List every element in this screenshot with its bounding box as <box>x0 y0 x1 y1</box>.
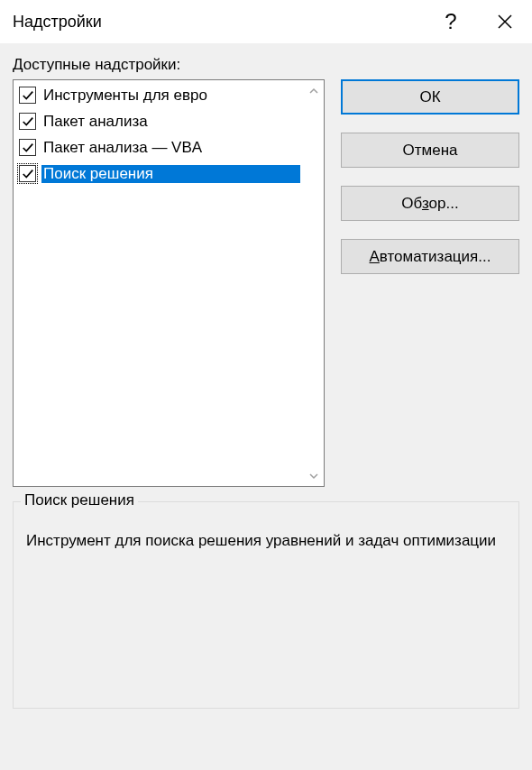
list-item-label: Пакет анализа — VBA <box>41 139 202 157</box>
groupbox-legend: Поиск решения <box>21 491 138 509</box>
checkbox[interactable] <box>19 113 36 130</box>
list-item[interactable]: Инструменты для евро <box>15 82 324 108</box>
browse-button[interactable]: Обзор... <box>341 186 519 221</box>
scroll-down-icon[interactable] <box>306 468 321 483</box>
dialog-title: Надстройки <box>13 13 424 32</box>
cancel-button[interactable]: Отмена <box>341 133 519 168</box>
close-button[interactable] <box>478 0 532 43</box>
scroll-up-icon[interactable] <box>306 83 321 98</box>
help-button[interactable]: ? <box>424 0 478 43</box>
list-item-label: Поиск решения <box>41 165 300 183</box>
addins-listbox[interactable]: Инструменты для евроПакет анализаПакет а… <box>14 80 324 486</box>
btn-text: ор... <box>429 195 459 212</box>
btn-accelerator: А <box>370 248 380 265</box>
description-groupbox: Поиск решения Инструмент для поиска реше… <box>13 501 519 709</box>
list-item-label: Пакет анализа <box>41 113 148 131</box>
checkbox[interactable] <box>19 165 36 182</box>
dialog-content: Доступные надстройки: Инструменты для ев… <box>0 43 532 770</box>
automation-button[interactable]: Автоматизация... <box>341 239 519 274</box>
groupbox-description: Инструмент для поиска решения уравнений … <box>26 529 506 553</box>
main-row: Инструменты для евроПакет анализаПакет а… <box>13 79 519 487</box>
label-accelerator: Д <box>13 56 23 73</box>
addins-dialog: Надстройки ? Доступные надстройки: Инстр… <box>0 0 532 770</box>
checkbox[interactable] <box>19 87 36 104</box>
addins-listbox-container: Инструменты для евроПакет анализаПакет а… <box>13 79 325 487</box>
buttons-column: ОК Отмена Обзор... Автоматизация... <box>341 79 519 487</box>
btn-text: Об <box>401 195 422 212</box>
close-icon <box>498 14 512 29</box>
list-item[interactable]: Пакет анализа — VBA <box>15 134 324 160</box>
titlebar: Надстройки ? <box>0 0 532 43</box>
list-item[interactable]: Пакет анализа <box>15 108 324 134</box>
list-item-label: Инструменты для евро <box>41 87 207 105</box>
label-text: оступные надстройки: <box>23 56 181 73</box>
checkbox[interactable] <box>19 139 36 156</box>
btn-text: втоматизация... <box>380 248 491 265</box>
ok-button[interactable]: ОК <box>341 79 519 115</box>
btn-accelerator: з <box>422 195 429 212</box>
available-addins-label: Доступные надстройки: <box>13 56 519 74</box>
list-item[interactable]: Поиск решения <box>15 160 324 187</box>
